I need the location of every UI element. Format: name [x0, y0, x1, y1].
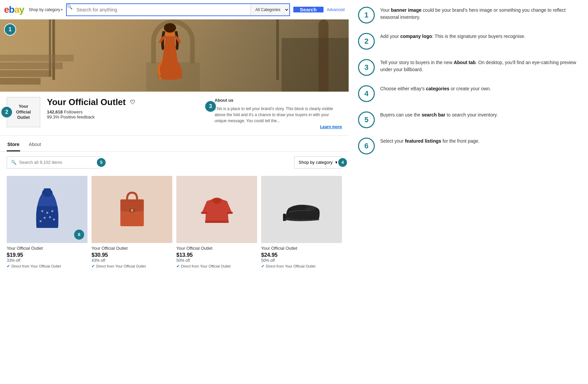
product-card-2[interactable]: Your Official Outlet $30.95 43% off ✔ Di…: [92, 176, 172, 269]
svg-point-6: [44, 217, 46, 219]
category-label: Shop by category: [299, 160, 333, 165]
followers-count: 142,618: [47, 109, 63, 114]
svg-rect-11: [49, 188, 51, 194]
product-discount-3: 50% off: [176, 258, 257, 263]
svg-rect-20: [227, 212, 233, 214]
svg-rect-19: [201, 212, 207, 214]
product-card-3[interactable]: Your Official Outlet $13.95 50% off ✔ Di…: [176, 176, 257, 269]
search-input[interactable]: [72, 4, 250, 15]
tabs-bar: Store About: [0, 138, 349, 152]
about-title: About us: [215, 97, 342, 104]
stairs-right: [282, 38, 349, 92]
badge-3: 3: [204, 100, 217, 112]
main-content: ebay Shop by category ▾ 🔍 All Categories…: [0, 0, 349, 384]
badge-5: 5: [96, 157, 106, 167]
product-card-1[interactable]: 6 Your Official Outlet $19.95 33% off ✔ …: [7, 176, 87, 269]
category-select-store[interactable]: Shop by category ▾ 4: [294, 156, 342, 169]
sidebar-badge-2: 2: [358, 33, 375, 50]
sidebar-item-1: 1 Your banner image could be your brand'…: [358, 7, 579, 23]
store-search-icon: 🔍: [11, 160, 16, 165]
shoe-icon: [282, 194, 322, 225]
ebay-logo: ebay: [4, 4, 24, 15]
product-discount-4: 50% off: [261, 258, 342, 263]
product-discount-2: 43% off: [92, 258, 172, 263]
svg-point-15: [131, 209, 133, 212]
tree-trunk: [318, 19, 329, 92]
sidebar-badge-5: 5: [358, 111, 375, 128]
product-image-1: 6: [7, 176, 87, 243]
badge-1: 1: [4, 23, 16, 36]
search-bar: 🔍 All Categories: [66, 3, 290, 16]
check-icon-4: ✔: [261, 264, 264, 269]
banner-image: 1: [0, 19, 349, 92]
header: ebay Shop by category ▾ 🔍 All Categories…: [0, 0, 349, 19]
product-title-1: Your Official Outlet: [7, 246, 87, 251]
store-info: 2 YourOfficialOutlet Your Official Outle…: [0, 92, 349, 136]
product-image-2: [92, 176, 172, 243]
product-card-4[interactable]: Your Official Outlet $24.95 50% off ✔ Di…: [261, 176, 342, 269]
learn-more-link[interactable]: Learn more: [215, 124, 342, 130]
svg-point-1: [164, 23, 176, 33]
product-title-4: Your Official Outlet: [261, 246, 342, 251]
shop-by-category[interactable]: Shop by category ▾: [29, 7, 63, 12]
tab-store[interactable]: Store: [7, 138, 20, 151]
product-image-4: [261, 176, 342, 243]
product-price-1: $19.95: [7, 252, 87, 258]
advanced-link[interactable]: Advanced: [327, 7, 345, 12]
product-image-3: [176, 176, 257, 243]
product-title-3: Your Official Outlet: [176, 246, 257, 251]
sidebar-item-2: 2 Add your company logo: This is the sig…: [358, 33, 579, 50]
sidebar-item-3: 3 Tell your story to buyers in the new A…: [358, 59, 579, 76]
sidebar-badge-3: 3: [358, 59, 375, 76]
product-seller-4: ✔ Direct from Your Official Outlet: [261, 264, 342, 269]
sidebar-badge-6: 6: [358, 138, 375, 154]
check-icon-3: ✔: [176, 264, 180, 269]
search-icon: 🔍: [67, 4, 72, 15]
about-text: This is a place to tell your brand's sto…: [215, 106, 342, 124]
sweater-icon: [200, 191, 234, 228]
chevron-down-icon-cat: ▾: [335, 160, 338, 165]
sidebar-text-3: Tell your story to buyers in the new Abo…: [380, 59, 579, 73]
store-search-row: 🔍 5 Shop by category ▾ 4: [0, 152, 349, 173]
sidebar-badge-1: 1: [358, 7, 375, 23]
bag-icon: [117, 189, 147, 230]
badge-4: 4: [338, 157, 348, 167]
store-search-box: 🔍 5: [7, 156, 101, 169]
store-name: Your Official Outlet ♡: [47, 97, 208, 107]
sidebar-text-5: Buyers can use the search bar to search …: [380, 111, 498, 118]
heart-icon[interactable]: ♡: [130, 99, 135, 106]
sidebar-text-2: Add your company logo: This is the signa…: [380, 33, 525, 40]
svg-point-9: [53, 219, 55, 221]
sidebar-badge-4: 4: [358, 85, 375, 102]
product-seller-2: ✔ Direct from Your Official Outlet: [92, 264, 172, 269]
svg-point-22: [305, 207, 315, 210]
search-button[interactable]: Search: [293, 7, 324, 12]
banner-figure: [146, 23, 193, 90]
sidebar-text-6: Select your featured listings for the fr…: [380, 138, 479, 145]
svg-point-5: [51, 210, 53, 212]
banner-number-1: 1: [4, 23, 16, 36]
store-logo-text: YourOfficialOutlet: [13, 101, 34, 124]
product-grid: 6 Your Official Outlet $19.95 33% off ✔ …: [0, 173, 349, 275]
svg-point-7: [49, 216, 51, 218]
product-price-4: $24.95: [261, 252, 342, 258]
followers-label: Followers: [64, 109, 83, 114]
stairs-left: [0, 55, 74, 92]
svg-point-8: [40, 220, 42, 222]
badge-6-product1: 6: [74, 230, 84, 240]
tab-about[interactable]: About: [28, 138, 42, 151]
store-search-input[interactable]: [19, 160, 79, 165]
dress-icon: [34, 188, 61, 231]
chevron-down-icon: ▾: [61, 8, 63, 11]
product-seller-3: ✔ Direct from Your Official Outlet: [176, 264, 257, 269]
check-icon-2: ✔: [92, 264, 95, 269]
svg-rect-10: [44, 188, 46, 194]
store-logo-wrapper: 2 YourOfficialOutlet: [7, 97, 40, 127]
sidebar-text-4: Choose either eBay's categories or creat…: [380, 85, 491, 92]
product-price-2: $30.95: [92, 252, 172, 258]
lamp-right: [276, 19, 279, 80]
product-price-3: $13.95: [176, 252, 257, 258]
product-seller-1: ✔ Direct from Your Official Outlet: [7, 264, 87, 269]
svg-point-3: [41, 210, 43, 212]
category-select[interactable]: All Categories: [250, 4, 289, 15]
